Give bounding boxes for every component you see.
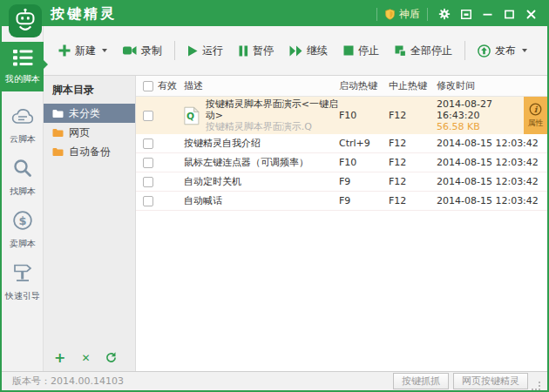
column-description: 描述 [184, 79, 339, 92]
camera-icon [123, 45, 137, 56]
web-quickmacro-button[interactable]: 网页按键精灵 [453, 373, 528, 389]
sidebar-item-find-scripts[interactable]: 找脚本 [2, 151, 44, 203]
stop-icon [343, 45, 354, 56]
table-row[interactable]: Q 按键精灵脚本界面演示<一键启动> 按键精灵脚本界面演示.Q F10 F12 … [136, 97, 547, 134]
resize-grip[interactable] [532, 382, 540, 390]
titlebar-separator [376, 8, 377, 21]
stop-hotkey: F12 [389, 138, 437, 149]
directory-item-label: 自动备份 [69, 145, 111, 159]
sidebar-item-quick-guide[interactable]: 快速引导 [2, 255, 44, 308]
row-checkbox[interactable] [143, 139, 153, 149]
tray-button[interactable] [455, 2, 477, 26]
directory-item-label: 网页 [69, 125, 90, 140]
directory-item-web[interactable]: 网页 [44, 123, 135, 142]
app-title: 按键精灵 [51, 5, 117, 24]
publish-icon [478, 44, 491, 57]
sidebar-item-cloud-scripts[interactable]: 云脚本 [2, 100, 44, 151]
script-title: 鼠标左键连点器（可调频率） [184, 156, 339, 169]
q-file-icon: Q [184, 105, 200, 126]
modified-time: 2014-08-15 12:03:42 [437, 138, 547, 149]
stop-all-icon [395, 45, 406, 57]
gear-icon [438, 8, 451, 20]
titlebar-separator [427, 8, 428, 21]
directory-item-auto-backup[interactable]: 自动备份 [44, 142, 135, 161]
folder-icon [52, 109, 64, 118]
button-label: 发布 [495, 44, 516, 58]
directory-item-uncategorized[interactable]: 未分类 [44, 104, 135, 123]
refresh-button[interactable] [105, 352, 117, 363]
sidebar-item-label: 快速引导 [2, 290, 44, 302]
table-row[interactable]: 自动定时关机 F9 F12 2014-08-15 12:03:42 [136, 172, 547, 192]
record-button[interactable]: 录制 [115, 38, 170, 64]
shield-badge[interactable]: 神盾 [383, 7, 422, 22]
script-title: 按键精灵脚本界面演示<一键启动> [206, 98, 339, 121]
row-checkbox[interactable] [143, 177, 153, 187]
button-label: 录制 [141, 44, 162, 58]
folder-icon [52, 147, 64, 157]
table-row[interactable]: 按键精灵自我介绍 Ctrl+9 F12 2014-08-15 12:03:42 [136, 134, 547, 153]
tray-icon [461, 10, 471, 19]
column-start-hotkey: 启动热键 [339, 79, 389, 92]
directory-actions: + ✕ [44, 345, 135, 371]
minimize-button[interactable] [477, 2, 498, 26]
shield-icon [384, 8, 396, 21]
add-folder-button[interactable]: + [54, 353, 65, 363]
plus-icon [58, 44, 71, 57]
sidebar-item-sell-scripts[interactable]: $ 卖脚本 [2, 203, 44, 255]
pause-icon [239, 45, 248, 57]
button-label: 停止 [358, 44, 379, 58]
sidebar-item-label: 找脚本 [2, 186, 44, 198]
table-header: 有效 描述 启动热键 中止热键 修改时间 [136, 76, 547, 97]
modified-time: 2014-08-27 16:43:20 [437, 98, 524, 121]
column-modified-time: 修改时间 [437, 79, 547, 92]
new-button[interactable]: 新建 [51, 38, 115, 64]
svg-text:$: $ [18, 214, 26, 227]
script-title: 自动定时关机 [184, 175, 339, 188]
row-checkbox[interactable] [143, 111, 153, 121]
toolbar: 新建 录制 运行 [44, 26, 547, 76]
script-subtitle: 按键精灵脚本界面演示.Q [206, 121, 339, 132]
delete-folder-button[interactable]: ✕ [81, 353, 90, 363]
properties-button[interactable]: i 属性 [524, 97, 547, 134]
app-logo [9, 4, 42, 37]
row-checkbox[interactable] [143, 158, 153, 168]
close-button[interactable] [520, 2, 542, 26]
sidebar-item-my-scripts[interactable]: 我的脚本 [2, 42, 44, 91]
key-capture-button[interactable]: 按键抓抓 [393, 373, 449, 389]
maximize-button[interactable] [498, 2, 520, 26]
pause-button[interactable]: 暂停 [231, 38, 281, 64]
app-window: 按键精灵 神盾 [0, 0, 549, 392]
stop-hotkey: F12 [389, 176, 437, 187]
settings-button[interactable] [433, 2, 455, 26]
select-all-checkbox[interactable] [143, 81, 153, 91]
start-hotkey: F9 [339, 176, 389, 187]
titlebar: 按键精灵 神盾 [2, 2, 547, 26]
svg-text:Q: Q [186, 111, 194, 122]
robot-icon [12, 8, 38, 34]
search-icon [12, 158, 33, 179]
start-hotkey: F10 [339, 110, 389, 121]
run-button[interactable]: 运行 [180, 38, 231, 64]
modified-time: 2014-08-15 12:03:42 [437, 176, 547, 187]
publish-button[interactable]: 发布 [470, 38, 535, 64]
button-label: 暂停 [253, 44, 274, 58]
chevron-down-icon [522, 49, 527, 52]
signpost-icon [11, 262, 34, 283]
stop-all-button[interactable]: 全部停止 [387, 38, 460, 64]
modified-time: 2014-08-15 12:03:42 [437, 157, 547, 168]
continue-button[interactable]: 继续 [281, 38, 336, 64]
version-label: 版本号：2014.00.14103 [12, 375, 124, 388]
folder-icon [52, 128, 64, 138]
table-row[interactable]: 鼠标左键连点器（可调频率） F10 F12 2014-08-15 12:03:4… [136, 153, 547, 172]
column-valid: 有效 [158, 79, 177, 92]
shield-badge-label: 神盾 [399, 7, 420, 22]
row-checkbox[interactable] [143, 196, 153, 206]
stop-button[interactable]: 停止 [336, 38, 387, 64]
maximize-icon [505, 10, 514, 19]
properties-label: 属性 [528, 118, 544, 129]
stop-hotkey: F12 [389, 110, 437, 121]
script-title: 按键精灵自我介绍 [184, 137, 339, 150]
toolbar-separator [464, 41, 465, 60]
modified-time: 2014-08-15 12:03:42 [437, 195, 547, 206]
table-row[interactable]: 自动喊话 F9 F12 2014-08-15 12:03:42 [136, 192, 547, 211]
